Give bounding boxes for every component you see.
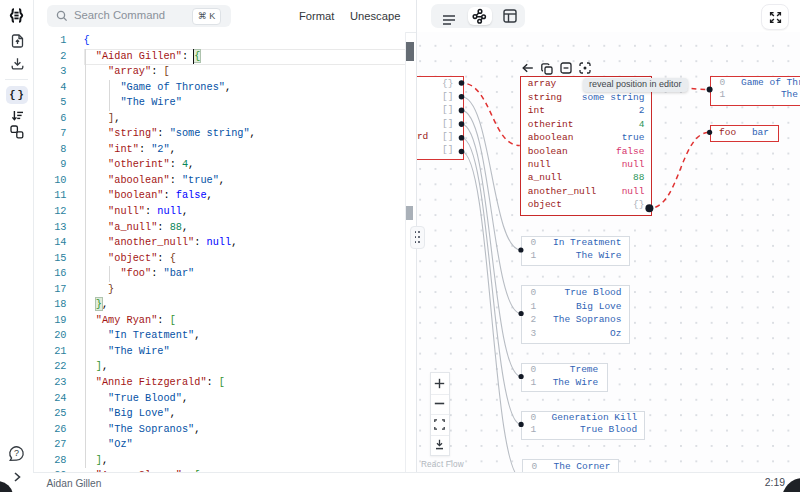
- svg-text:?: ?: [14, 448, 19, 458]
